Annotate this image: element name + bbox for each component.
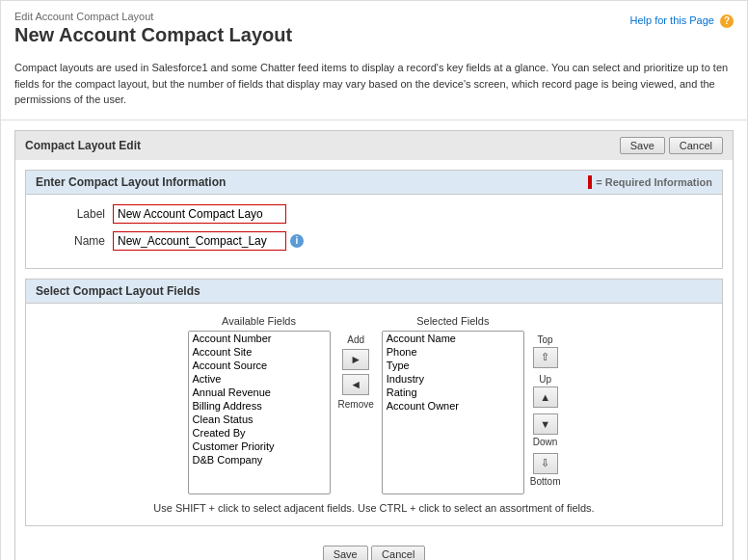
- add-label: Add: [347, 334, 364, 345]
- bottom-label: Bottom: [530, 476, 561, 487]
- compact-layout-edit-title: Compact Layout Edit: [25, 139, 141, 152]
- list-item[interactable]: Rating: [383, 386, 523, 399]
- top-label: Top: [538, 334, 553, 345]
- select-fields-section: Select Compact Layout Fields Available F…: [25, 279, 723, 526]
- fields-columns: Available Fields Account Number Account …: [36, 315, 712, 494]
- selected-label: Selected Fields: [416, 315, 489, 327]
- name-input[interactable]: [113, 231, 286, 251]
- list-item[interactable]: Phone: [383, 345, 523, 359]
- cancel-button-bottom[interactable]: Cancel: [371, 546, 425, 561]
- compact-layout-edit-section: Compact Layout Edit Save Cancel Enter Co…: [14, 130, 734, 561]
- required-text: = Required Information: [596, 176, 712, 188]
- list-item[interactable]: Account Number: [189, 332, 330, 345]
- bottom-group: ⇩ Bottom: [530, 453, 561, 487]
- available-label: Available Fields: [222, 315, 296, 327]
- bottom-actions: Save Cancel: [15, 536, 733, 561]
- top-group: Top ⇧: [533, 334, 558, 368]
- description: Compact layouts are used in Salesforce1 …: [1, 52, 747, 120]
- breadcrumb: Edit Account Compact Layout: [14, 11, 734, 22]
- top-button[interactable]: ⇧: [533, 347, 558, 368]
- selected-fields-list[interactable]: Account Name Phone Type Industry Rating …: [382, 331, 524, 494]
- reorder-col: Top ⇧ Up ▲ ▼ Down ⇩ Bott: [530, 334, 561, 491]
- down-button[interactable]: ▼: [533, 413, 558, 435]
- help-link-text: Help for this Page: [630, 14, 714, 26]
- help-link[interactable]: Help for this Page ?: [630, 14, 735, 28]
- list-item[interactable]: Account Owner: [383, 399, 523, 413]
- down-label: Down: [533, 437, 558, 447]
- list-item[interactable]: D&B Company: [189, 453, 330, 467]
- name-field-label: Name: [36, 234, 113, 248]
- enter-info-title: Enter Compact Layout Information: [36, 175, 226, 189]
- add-button[interactable]: ►: [342, 349, 369, 370]
- list-item[interactable]: Account Site: [189, 345, 330, 359]
- save-button-top[interactable]: Save: [620, 137, 665, 154]
- list-item[interactable]: Industry: [383, 372, 523, 386]
- enter-info-header: Enter Compact Layout Information = Requi…: [26, 171, 722, 195]
- bottom-button[interactable]: ⇩: [533, 453, 558, 474]
- list-item[interactable]: Account Name: [383, 332, 523, 345]
- label-field-label: Label: [36, 207, 113, 221]
- label-row: Label: [36, 204, 712, 224]
- list-item[interactable]: Type: [383, 359, 523, 372]
- compact-layout-edit-header: Compact Layout Edit Save Cancel: [15, 131, 733, 160]
- up-group: Up ▲: [533, 374, 558, 408]
- add-remove-col: Add ► ◄ Remove: [338, 334, 374, 410]
- help-icon: ?: [720, 14, 734, 28]
- list-item[interactable]: Created By: [189, 426, 330, 440]
- cancel-button-top[interactable]: Cancel: [669, 137, 723, 154]
- available-col: Available Fields Account Number Account …: [188, 315, 331, 494]
- remove-label: Remove: [338, 399, 374, 410]
- up-button[interactable]: ▲: [533, 387, 558, 408]
- required-legend: = Required Information: [588, 175, 712, 189]
- page-title: New Account Compact Layout: [14, 24, 734, 46]
- select-fields-header: Select Compact Layout Fields: [26, 280, 722, 304]
- fields-body: Available Fields Account Number Account …: [26, 304, 722, 525]
- list-item[interactable]: Account Source: [189, 359, 330, 372]
- hint-text: Use SHIFT + click to select adjacent fie…: [36, 502, 712, 514]
- down-group: ▼ Down: [533, 413, 558, 447]
- name-row: Name i: [36, 231, 712, 251]
- required-bar: [588, 175, 592, 189]
- name-info-icon[interactable]: i: [290, 234, 304, 248]
- save-button-bottom[interactable]: Save: [323, 546, 368, 561]
- form-body: Label Name i: [26, 195, 722, 268]
- selected-col: Selected Fields Account Name Phone Type …: [382, 315, 524, 494]
- list-item[interactable]: Clean Status: [189, 413, 330, 426]
- list-item[interactable]: Active: [189, 372, 330, 386]
- available-fields-list[interactable]: Account Number Account Site Account Sour…: [188, 331, 331, 494]
- list-item[interactable]: Billing Address: [189, 399, 330, 413]
- header-actions: Save Cancel: [620, 137, 723, 154]
- enter-info-section: Enter Compact Layout Information = Requi…: [25, 170, 723, 269]
- up-label: Up: [539, 374, 551, 385]
- remove-button[interactable]: ◄: [342, 374, 369, 395]
- list-item[interactable]: Annual Revenue: [189, 386, 330, 399]
- list-item[interactable]: Customer Priority: [189, 440, 330, 453]
- label-input[interactable]: [113, 204, 286, 224]
